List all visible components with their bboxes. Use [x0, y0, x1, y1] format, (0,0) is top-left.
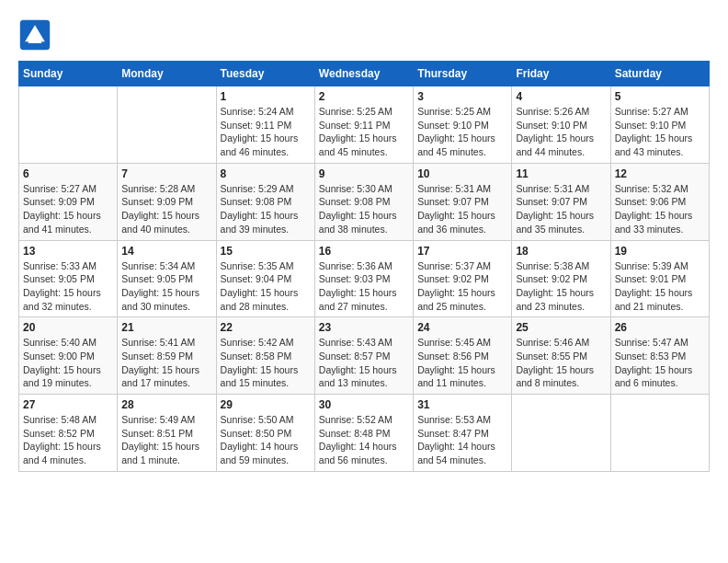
day-number: 28: [121, 398, 211, 411]
calendar-cell: 9Sunrise: 5:30 AM Sunset: 9:08 PM Daylig…: [314, 163, 413, 240]
day-number: 5: [615, 90, 705, 103]
day-info: Sunrise: 5:50 AM Sunset: 8:50 PM Dayligh…: [221, 413, 311, 467]
day-info: Sunrise: 5:27 AM Sunset: 9:10 PM Dayligh…: [615, 105, 705, 159]
logo-icon: [18, 18, 51, 52]
calendar-cell: 31Sunrise: 5:53 AM Sunset: 8:47 PM Dayli…: [414, 395, 512, 472]
calendar-cell: [512, 395, 610, 472]
day-number: 12: [615, 167, 705, 180]
calendar-cell: [118, 86, 216, 164]
calendar-cell: 14Sunrise: 5:34 AM Sunset: 9:05 PM Dayli…: [118, 240, 216, 317]
calendar-cell: 2Sunrise: 5:25 AM Sunset: 9:11 PM Daylig…: [314, 86, 413, 164]
weekday-header: Sunday: [19, 62, 118, 86]
calendar-cell: 24Sunrise: 5:45 AM Sunset: 8:56 PM Dayli…: [414, 317, 512, 395]
day-number: 11: [516, 167, 606, 180]
day-number: 16: [319, 245, 409, 258]
day-number: 18: [516, 245, 606, 258]
day-info: Sunrise: 5:38 AM Sunset: 9:02 PM Dayligh…: [516, 259, 606, 314]
day-info: Sunrise: 5:46 AM Sunset: 8:55 PM Dayligh…: [516, 336, 606, 390]
day-info: Sunrise: 5:33 AM Sunset: 9:05 PM Dayligh…: [23, 259, 113, 314]
day-number: 9: [319, 167, 409, 180]
day-number: 23: [319, 321, 409, 334]
day-info: Sunrise: 5:52 AM Sunset: 8:48 PM Dayligh…: [319, 413, 409, 467]
calendar-cell: 15Sunrise: 5:35 AM Sunset: 9:04 PM Dayli…: [216, 240, 314, 317]
calendar-cell: 25Sunrise: 5:46 AM Sunset: 8:55 PM Dayli…: [512, 317, 610, 395]
day-info: Sunrise: 5:47 AM Sunset: 8:53 PM Dayligh…: [615, 336, 705, 390]
calendar-cell: 10Sunrise: 5:31 AM Sunset: 9:07 PM Dayli…: [414, 163, 512, 240]
svg-rect-2: [28, 40, 41, 43]
day-info: Sunrise: 5:31 AM Sunset: 9:07 PM Dayligh…: [516, 182, 606, 236]
day-number: 8: [221, 167, 311, 180]
day-number: 25: [516, 321, 606, 334]
calendar-cell: 18Sunrise: 5:38 AM Sunset: 9:02 PM Dayli…: [512, 240, 610, 317]
day-number: 10: [417, 167, 507, 180]
day-info: Sunrise: 5:28 AM Sunset: 9:09 PM Dayligh…: [121, 182, 211, 236]
day-info: Sunrise: 5:29 AM Sunset: 9:08 PM Dayligh…: [221, 182, 311, 236]
calendar-cell: 4Sunrise: 5:26 AM Sunset: 9:10 PM Daylig…: [512, 86, 610, 164]
day-number: 29: [221, 398, 311, 411]
calendar-cell: 30Sunrise: 5:52 AM Sunset: 8:48 PM Dayli…: [314, 395, 413, 472]
weekday-header: Thursday: [414, 62, 512, 86]
calendar-cell: 23Sunrise: 5:43 AM Sunset: 8:57 PM Dayli…: [314, 317, 413, 395]
logo: [18, 18, 55, 52]
day-number: 2: [319, 90, 409, 103]
day-number: 17: [417, 245, 507, 258]
calendar-week-row: 20Sunrise: 5:40 AM Sunset: 9:00 PM Dayli…: [19, 317, 710, 395]
day-info: Sunrise: 5:27 AM Sunset: 9:09 PM Dayligh…: [23, 182, 113, 236]
calendar-cell: 11Sunrise: 5:31 AM Sunset: 9:07 PM Dayli…: [512, 163, 610, 240]
day-info: Sunrise: 5:25 AM Sunset: 9:11 PM Dayligh…: [319, 105, 409, 159]
day-number: 3: [417, 90, 507, 103]
day-number: 24: [417, 321, 507, 334]
day-info: Sunrise: 5:48 AM Sunset: 8:52 PM Dayligh…: [23, 413, 113, 467]
calendar-cell: 8Sunrise: 5:29 AM Sunset: 9:08 PM Daylig…: [216, 163, 314, 240]
day-number: 4: [516, 90, 606, 103]
day-info: Sunrise: 5:53 AM Sunset: 8:47 PM Dayligh…: [417, 413, 507, 467]
day-info: Sunrise: 5:32 AM Sunset: 9:06 PM Dayligh…: [615, 182, 705, 236]
calendar-cell: [610, 395, 709, 472]
day-number: 14: [121, 245, 211, 258]
calendar-cell: 26Sunrise: 5:47 AM Sunset: 8:53 PM Dayli…: [610, 317, 709, 395]
day-number: 30: [319, 398, 409, 411]
calendar-week-row: 27Sunrise: 5:48 AM Sunset: 8:52 PM Dayli…: [19, 395, 710, 472]
calendar-cell: 7Sunrise: 5:28 AM Sunset: 9:09 PM Daylig…: [118, 163, 216, 240]
calendar-cell: 5Sunrise: 5:27 AM Sunset: 9:10 PM Daylig…: [610, 86, 709, 164]
calendar-cell: [19, 86, 118, 164]
day-info: Sunrise: 5:43 AM Sunset: 8:57 PM Dayligh…: [319, 336, 409, 390]
calendar-cell: 28Sunrise: 5:49 AM Sunset: 8:51 PM Dayli…: [118, 395, 216, 472]
calendar-cell: 19Sunrise: 5:39 AM Sunset: 9:01 PM Dayli…: [610, 240, 709, 317]
calendar-week-row: 6Sunrise: 5:27 AM Sunset: 9:09 PM Daylig…: [19, 163, 710, 240]
day-info: Sunrise: 5:24 AM Sunset: 9:11 PM Dayligh…: [221, 105, 311, 159]
day-info: Sunrise: 5:36 AM Sunset: 9:03 PM Dayligh…: [319, 259, 409, 314]
calendar-table: SundayMondayTuesdayWednesdayThursdayFrid…: [18, 61, 710, 472]
day-info: Sunrise: 5:26 AM Sunset: 9:10 PM Dayligh…: [516, 105, 606, 159]
day-info: Sunrise: 5:35 AM Sunset: 9:04 PM Dayligh…: [221, 259, 311, 314]
calendar-cell: 20Sunrise: 5:40 AM Sunset: 9:00 PM Dayli…: [19, 317, 118, 395]
day-number: 19: [615, 245, 705, 258]
day-number: 15: [221, 245, 311, 258]
calendar-cell: 17Sunrise: 5:37 AM Sunset: 9:02 PM Dayli…: [414, 240, 512, 317]
calendar-cell: 27Sunrise: 5:48 AM Sunset: 8:52 PM Dayli…: [19, 395, 118, 472]
calendar-cell: 3Sunrise: 5:25 AM Sunset: 9:10 PM Daylig…: [414, 86, 512, 164]
day-info: Sunrise: 5:45 AM Sunset: 8:56 PM Dayligh…: [417, 336, 507, 390]
day-info: Sunrise: 5:25 AM Sunset: 9:10 PM Dayligh…: [417, 105, 507, 159]
day-info: Sunrise: 5:39 AM Sunset: 9:01 PM Dayligh…: [615, 259, 705, 314]
calendar-cell: 12Sunrise: 5:32 AM Sunset: 9:06 PM Dayli…: [610, 163, 709, 240]
day-info: Sunrise: 5:37 AM Sunset: 9:02 PM Dayligh…: [417, 259, 507, 314]
calendar-week-row: 1Sunrise: 5:24 AM Sunset: 9:11 PM Daylig…: [19, 86, 710, 164]
calendar-cell: 29Sunrise: 5:50 AM Sunset: 8:50 PM Dayli…: [216, 395, 314, 472]
day-number: 27: [23, 398, 113, 411]
day-info: Sunrise: 5:31 AM Sunset: 9:07 PM Dayligh…: [417, 182, 507, 236]
day-number: 6: [23, 167, 113, 180]
calendar-cell: 21Sunrise: 5:41 AM Sunset: 8:59 PM Dayli…: [118, 317, 216, 395]
day-info: Sunrise: 5:49 AM Sunset: 8:51 PM Dayligh…: [121, 413, 211, 467]
day-number: 7: [121, 167, 211, 180]
day-number: 21: [121, 321, 211, 334]
calendar-cell: 16Sunrise: 5:36 AM Sunset: 9:03 PM Dayli…: [314, 240, 413, 317]
day-number: 20: [23, 321, 113, 334]
day-info: Sunrise: 5:34 AM Sunset: 9:05 PM Dayligh…: [121, 259, 211, 314]
day-number: 13: [23, 245, 113, 258]
calendar-cell: 22Sunrise: 5:42 AM Sunset: 8:58 PM Dayli…: [216, 317, 314, 395]
calendar-cell: 1Sunrise: 5:24 AM Sunset: 9:11 PM Daylig…: [216, 86, 314, 164]
calendar-week-row: 13Sunrise: 5:33 AM Sunset: 9:05 PM Dayli…: [19, 240, 710, 317]
day-info: Sunrise: 5:42 AM Sunset: 8:58 PM Dayligh…: [221, 336, 311, 390]
day-info: Sunrise: 5:41 AM Sunset: 8:59 PM Dayligh…: [121, 336, 211, 390]
